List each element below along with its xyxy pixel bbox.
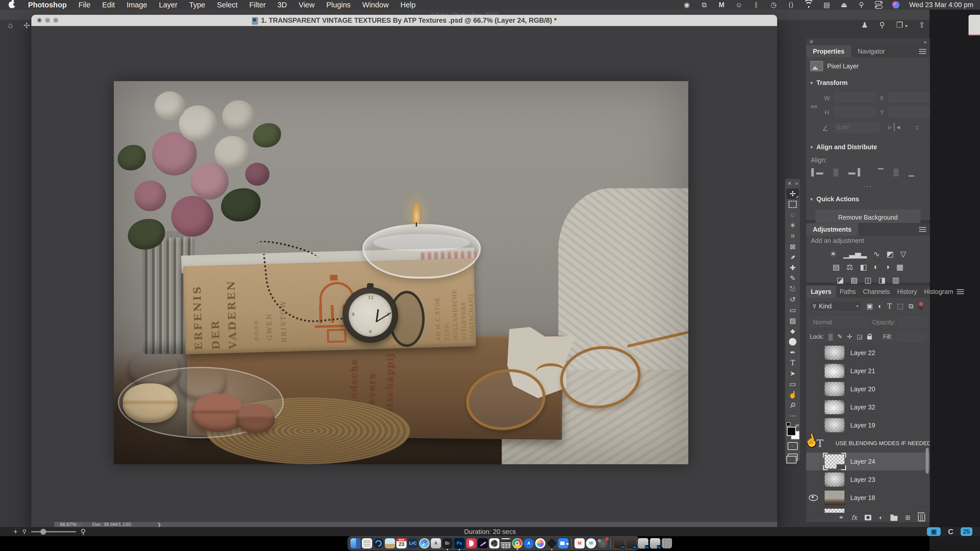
menu-3d[interactable]: 3D bbox=[277, 1, 287, 9]
tab-paths[interactable]: Paths bbox=[836, 286, 859, 298]
curves-icon[interactable]: ∿ bbox=[873, 249, 880, 259]
crop-tool[interactable]: ⌗ bbox=[786, 231, 799, 241]
posterize-icon[interactable]: ▨ bbox=[850, 275, 858, 284]
workspace-icon[interactable]: ❐ ▾ bbox=[896, 21, 907, 29]
dock-zoom[interactable] bbox=[558, 538, 568, 548]
link-layers-icon[interactable]: ⚭ bbox=[838, 514, 844, 521]
dodge-tool[interactable]: ⚪ bbox=[786, 337, 799, 347]
clone-stamp-tool[interactable]: ⎋ bbox=[786, 284, 799, 294]
pen-tool[interactable]: ✒ bbox=[786, 347, 799, 358]
vibrance-icon[interactable]: ▽ bbox=[900, 249, 906, 259]
menubar-clock[interactable]: Wed 23 Mar 4:00 pm bbox=[909, 1, 974, 9]
screen-record-icon[interactable]: ◉ bbox=[683, 1, 690, 9]
visibility-cell[interactable] bbox=[806, 344, 821, 362]
tab-properties[interactable]: Properties bbox=[806, 45, 851, 57]
align-more-icon[interactable]: ... bbox=[806, 177, 930, 191]
layer-thumbnail[interactable] bbox=[824, 472, 845, 487]
channel-mixer-icon[interactable]: ◑ bbox=[885, 262, 890, 272]
c-badge[interactable]: C bbox=[948, 527, 953, 536]
layer-row[interactable]: Layer 21 bbox=[806, 362, 930, 380]
fill-field[interactable] bbox=[897, 332, 925, 341]
chevron-down-icon[interactable]: ▾ bbox=[810, 196, 813, 202]
menu-filter[interactable]: Filter bbox=[249, 1, 266, 9]
lock-position-icon[interactable]: ✢ bbox=[847, 333, 852, 340]
more-tools-icon[interactable]: ⋯ bbox=[786, 411, 799, 421]
flip-horizontal-icon[interactable]: ▹⎪◂ bbox=[888, 123, 900, 131]
dock-chrome[interactable] bbox=[512, 538, 522, 548]
layer-style-icon[interactable]: fx bbox=[851, 514, 857, 521]
dock-bridge[interactable]: Br bbox=[442, 538, 452, 548]
layer-thumbnail[interactable] bbox=[824, 454, 845, 469]
dock-calendar[interactable]: MAR23 bbox=[396, 538, 407, 548]
menu-image[interactable]: Image bbox=[127, 1, 147, 9]
layer-row-text[interactable]: T USE BLENDING MODES IF NEEDED. bbox=[806, 434, 930, 453]
layer-thumbnail[interactable] bbox=[824, 364, 845, 378]
align-right-icon[interactable]: ▬▐ bbox=[848, 168, 860, 176]
eraser-tool[interactable]: ▭ bbox=[786, 305, 799, 315]
type-tool[interactable]: T bbox=[786, 358, 799, 368]
dock-window-thumb[interactable]: Ps bbox=[638, 538, 649, 549]
filter-shape-icon[interactable]: ⬚ bbox=[897, 302, 904, 310]
panel-menu-icon[interactable] bbox=[957, 288, 964, 295]
hue-saturation-icon[interactable]: ▤ bbox=[832, 262, 840, 272]
dock-finder[interactable] bbox=[350, 538, 361, 548]
flip-vertical-icon[interactable]: ↕ bbox=[915, 123, 919, 131]
dock-safari[interactable] bbox=[419, 538, 430, 548]
dock-window-thumb[interactable]: Ps bbox=[614, 538, 625, 549]
panel-collapse-icon[interactable]: « bbox=[924, 39, 927, 45]
quick-mask-icon[interactable]: ◌ bbox=[788, 442, 798, 450]
visibility-cell[interactable] bbox=[806, 416, 821, 434]
dock-fontbook[interactable]: A bbox=[431, 538, 441, 548]
eye-icon[interactable] bbox=[809, 495, 818, 501]
color-balance-icon[interactable]: ⚖ bbox=[846, 262, 853, 272]
counter-badge[interactable]: 25 bbox=[961, 527, 972, 536]
angle-unit-box[interactable] bbox=[867, 123, 879, 132]
tab-channels[interactable]: Channels bbox=[859, 286, 894, 298]
menu-edit[interactable]: Edit bbox=[102, 1, 115, 9]
add-mask-icon[interactable] bbox=[865, 515, 871, 520]
layer-row[interactable]: Layer 22 bbox=[806, 344, 930, 362]
tab-navigator[interactable]: Navigator bbox=[851, 45, 892, 57]
magic-wand-tool[interactable]: ✳ bbox=[786, 220, 799, 230]
align-center-v-icon[interactable]: ▒ bbox=[894, 168, 898, 176]
layer-thumbnail[interactable] bbox=[824, 490, 845, 505]
dock-system-settings[interactable]: ⚙ bbox=[597, 538, 608, 548]
new-group-icon[interactable] bbox=[891, 516, 897, 521]
chevron-down-icon[interactable]: ▾ bbox=[810, 144, 813, 150]
menu-app-name[interactable]: Photoshop bbox=[28, 1, 67, 9]
dock-window-thumb[interactable]: Ps bbox=[650, 538, 660, 549]
canvas[interactable]: ERFENIS DER VADEREN DOOR GWEN BRISTOW AD… bbox=[32, 26, 777, 522]
layer-row[interactable]: Layer 17 bbox=[806, 507, 930, 513]
brush-tool[interactable]: ✎ bbox=[786, 273, 799, 284]
panel-menu-icon[interactable] bbox=[919, 48, 926, 55]
move-options-icon[interactable]: ✢ bbox=[24, 21, 30, 30]
time-machine-icon[interactable]: ◷ bbox=[770, 1, 777, 9]
tab-adjustments[interactable]: Adjustments bbox=[806, 223, 858, 235]
history-brush-tool[interactable]: ↺ bbox=[786, 294, 799, 305]
menu-layer[interactable]: Layer bbox=[159, 1, 178, 9]
lock-artboard-icon[interactable]: ◲ bbox=[857, 333, 862, 340]
visibility-cell[interactable] bbox=[806, 380, 821, 398]
dock-design-app[interactable] bbox=[466, 538, 476, 548]
layer-thumbnail[interactable] bbox=[824, 345, 845, 360]
layer-row-selected[interactable]: Layer 24 bbox=[806, 453, 930, 471]
dock-app-store[interactable]: A bbox=[524, 538, 534, 548]
link-dimensions-icon[interactable]: ⚯ bbox=[811, 102, 817, 111]
menu-select[interactable]: Select bbox=[217, 1, 238, 9]
eject-icon[interactable]: ⏏ bbox=[840, 1, 848, 9]
traffic-lights[interactable] bbox=[37, 18, 58, 23]
shape-tool[interactable]: ▭ bbox=[786, 379, 799, 389]
threshold-icon[interactable]: ◫ bbox=[864, 275, 872, 284]
path-select-tool[interactable]: ➤ bbox=[786, 368, 799, 379]
delete-layer-icon[interactable] bbox=[918, 514, 925, 521]
layer-thumbnail[interactable] bbox=[824, 400, 845, 414]
siri-icon[interactable] bbox=[892, 1, 899, 8]
layer-row[interactable]: Layer 23 bbox=[806, 471, 930, 489]
dock-media-app[interactable] bbox=[535, 538, 546, 548]
filter-toggle[interactable] bbox=[919, 302, 923, 310]
invert-icon[interactable]: ◪ bbox=[837, 275, 844, 284]
dock-quicktime[interactable] bbox=[373, 538, 383, 548]
marquee-tool[interactable] bbox=[786, 199, 799, 210]
tab-layers[interactable]: Layers bbox=[806, 286, 836, 298]
dock-gmail[interactable]: M bbox=[574, 538, 585, 548]
